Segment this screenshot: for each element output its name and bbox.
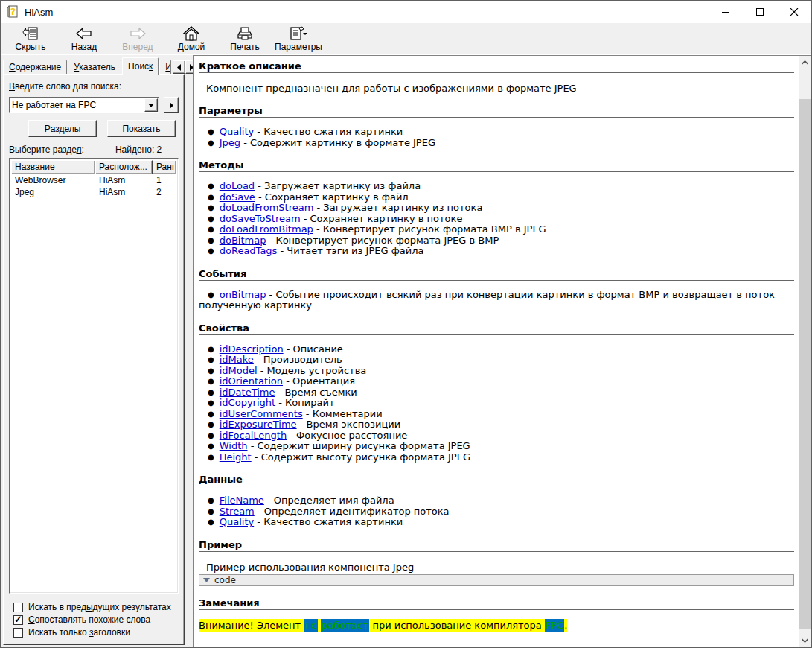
member-link[interactable]: Jpeg bbox=[220, 137, 240, 148]
member-link[interactable]: idFocalLength bbox=[220, 430, 287, 441]
member-description: - Событие происходит всякий раз при конв… bbox=[199, 289, 775, 311]
member-link[interactable]: idDateTime bbox=[220, 387, 275, 398]
toolbar-button-label: Параметры bbox=[275, 42, 322, 52]
member-link[interactable]: idUserComments bbox=[220, 408, 303, 419]
bullet-icon: ● bbox=[208, 290, 214, 301]
close-button[interactable] bbox=[777, 1, 811, 23]
member-link[interactable]: idExposureTime bbox=[220, 419, 297, 430]
pane-splitter[interactable] bbox=[185, 55, 193, 647]
bullet-icon: ● bbox=[208, 214, 214, 225]
combobox-dropdown-icon[interactable] bbox=[144, 98, 158, 112]
toolbar-button-back[interactable]: Назад bbox=[57, 23, 111, 54]
member-link[interactable]: idMake bbox=[220, 354, 254, 365]
member-description: - Модель устройства bbox=[258, 365, 367, 376]
search-option[interactable]: Искать только заголовки bbox=[13, 627, 179, 638]
member-link[interactable]: idCopyright bbox=[220, 397, 275, 408]
member-description: - Конвертирует рисунок формата BMP в JPE… bbox=[313, 223, 546, 235]
checkbox-icon[interactable] bbox=[13, 603, 23, 612]
member-link[interactable]: Stream bbox=[220, 506, 255, 517]
scrollbar-thumb[interactable] bbox=[799, 99, 811, 629]
search-combobox[interactable]: Не работает на FPC bbox=[9, 97, 159, 113]
member-link[interactable]: doLoadFromStream bbox=[220, 202, 314, 213]
bullet-icon: ● bbox=[208, 517, 214, 528]
member-link[interactable]: Height bbox=[220, 451, 252, 463]
toolbar-button-home[interactable]: Домой bbox=[164, 23, 218, 54]
tab-указатель[interactable]: Указатель bbox=[68, 60, 121, 75]
tab-изб[interactable]: Изб bbox=[159, 60, 171, 75]
minimize-button[interactable] bbox=[709, 1, 743, 23]
scroll-down-icon[interactable] bbox=[799, 634, 811, 647]
search-combobox-value[interactable]: Не работает на FPC bbox=[10, 100, 144, 110]
member-description: - Конвертирует рисунок формата JPEG в BM… bbox=[266, 235, 499, 246]
member-link[interactable]: doBitmap bbox=[220, 235, 266, 246]
bullet-icon: ● bbox=[208, 138, 214, 149]
member-link[interactable]: idOrientation bbox=[220, 375, 283, 387]
display-button[interactable]: Показать bbox=[107, 120, 176, 137]
bullet-icon: ● bbox=[208, 203, 214, 214]
member-link[interactable]: Quality bbox=[220, 126, 254, 137]
bullet-item: ●doSaveToStream - Сохраняет картинку в п… bbox=[199, 214, 794, 225]
tab-поиск[interactable]: Поиск bbox=[122, 57, 159, 75]
bullet-item: ●idMake - Производитель bbox=[199, 355, 794, 366]
toolbar-button-options[interactable]: Параметры bbox=[272, 23, 325, 54]
toolbar-button-label: Назад bbox=[71, 42, 97, 52]
member-description: - Определяет идентификатор потока bbox=[255, 506, 450, 517]
bullet-item: ●idExposureTime - Время экспозиции bbox=[199, 419, 794, 431]
bullet-item: ●idUserComments - Комментарии bbox=[199, 409, 794, 420]
boolean-operator-button[interactable] bbox=[164, 97, 179, 113]
search-results-list[interactable]: НазваниеРасполож...Ранг WebBrowserHiAsm1… bbox=[9, 158, 179, 594]
member-description: - Время съемки bbox=[275, 387, 357, 398]
bullet-icon: ● bbox=[208, 246, 214, 257]
code-collapse-bar[interactable]: code bbox=[199, 574, 794, 586]
search-options: Искать в предыдущих результатахСопоставл… bbox=[9, 600, 179, 640]
checkbox-label: Сопоставлять похожие слова bbox=[28, 614, 150, 625]
member-link[interactable]: doReadTags bbox=[220, 245, 278, 256]
left-small-arrow-icon[interactable] bbox=[173, 60, 185, 74]
bullet-item: ●Height - Содержит высоту рисунка формат… bbox=[199, 452, 794, 463]
member-description: - Читает тэги из JPEG файла bbox=[277, 245, 423, 256]
help-window: ? HiAsm СкрытьНазадВпередДомойПечатьПара… bbox=[0, 0, 812, 648]
result-row[interactable]: WebBrowserHiAsm1 bbox=[11, 174, 176, 186]
member-link[interactable]: Width bbox=[220, 440, 248, 451]
bullet-icon: ● bbox=[208, 355, 214, 366]
bullet-icon: ● bbox=[208, 127, 214, 138]
scroll-up-icon[interactable] bbox=[799, 56, 811, 69]
member-description: - Сохраняет картинку в потоке bbox=[301, 213, 463, 224]
column-header[interactable]: Располож... bbox=[95, 160, 153, 174]
member-link[interactable]: Quality bbox=[220, 516, 254, 527]
member-link[interactable]: idModel bbox=[220, 365, 258, 376]
member-description: - Описание bbox=[284, 343, 343, 355]
toolbar-button-print[interactable]: Печать bbox=[218, 23, 272, 54]
result-row[interactable]: JpegHiAsm2 bbox=[11, 186, 176, 198]
result-cell: 2 bbox=[153, 186, 176, 198]
member-description: - Содержит высоту рисунка формата JPEG bbox=[252, 451, 470, 463]
result-cell: HiAsm bbox=[95, 174, 153, 186]
search-option[interactable]: Сопоставлять похожие слова bbox=[13, 614, 179, 625]
result-cell: HiAsm bbox=[95, 186, 153, 198]
member-link[interactable]: doSave bbox=[220, 191, 255, 203]
member-description: - Комментарии bbox=[303, 408, 383, 419]
member-link[interactable]: idDescription bbox=[220, 343, 284, 355]
toolbar-button-hide-panel[interactable]: Скрыть bbox=[4, 23, 57, 54]
bullet-list: ●onBitmap - Событие происходит всякий ра… bbox=[199, 290, 794, 311]
column-header[interactable]: Название bbox=[11, 160, 95, 174]
checkbox-icon[interactable] bbox=[13, 628, 23, 638]
tab-содержание[interactable]: Содержание bbox=[3, 60, 67, 75]
checkbox-checked-icon[interactable] bbox=[13, 615, 23, 625]
vertical-scrollbar[interactable] bbox=[799, 56, 811, 647]
column-header[interactable]: Ранг bbox=[153, 160, 176, 174]
bullet-list: ●doLoad - Загружает картинку из файла●do… bbox=[199, 181, 794, 257]
bullet-icon: ● bbox=[208, 506, 214, 518]
member-link[interactable]: doSaveToStream bbox=[220, 213, 301, 224]
member-description: - Фокусное расстояние bbox=[287, 430, 407, 441]
search-option[interactable]: Искать в предыдущих результатах bbox=[13, 602, 179, 612]
bullet-icon: ● bbox=[208, 398, 214, 409]
member-link[interactable]: onBitmap bbox=[220, 289, 266, 300]
member-description: - Производитель bbox=[254, 354, 342, 365]
topics-button[interactable]: Разделы bbox=[28, 120, 97, 137]
member-link[interactable]: doLoad bbox=[220, 180, 255, 191]
topic-content: Краткое описаниеКомпонент предназначен д… bbox=[194, 56, 799, 647]
maximize-button[interactable] bbox=[743, 1, 777, 23]
member-link[interactable]: FileName bbox=[220, 495, 264, 506]
member-link[interactable]: doLoadFromBitmap bbox=[220, 223, 313, 235]
